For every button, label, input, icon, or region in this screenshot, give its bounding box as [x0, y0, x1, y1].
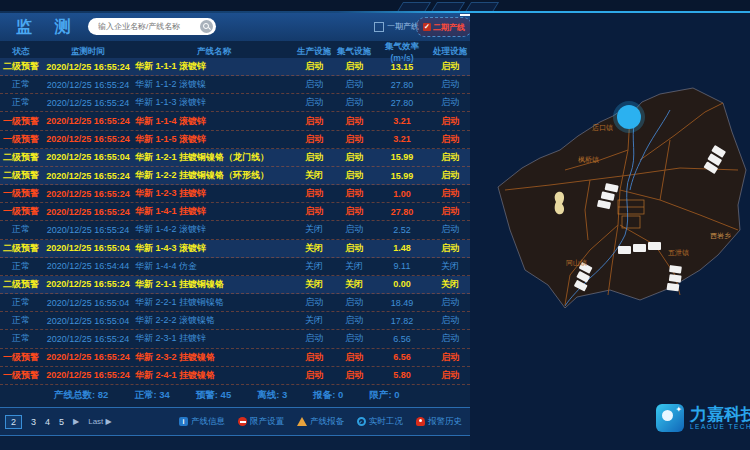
table-row[interactable]: 正常 2020/12/25 16:55:04 华新 2-2-1 挂镀铜镍铬 启动…	[0, 294, 470, 312]
production-cell: 启动	[294, 296, 334, 309]
efficiency-cell: 0.00	[374, 279, 430, 289]
status-cell: 正常	[0, 260, 42, 273]
bottom-toolbar: 2 3 4 5 ▶ Last ▶ i 产线信息 限产设置 产线报备 实时工况 报…	[0, 407, 472, 436]
town-label: 西岩乡	[710, 232, 731, 240]
line-report-button[interactable]: 产线报备	[297, 416, 344, 428]
summary-reported: 报备: 0	[313, 389, 343, 402]
gauge-icon	[357, 417, 366, 426]
table-row[interactable]: 一级预警 2020/12/25 16:55:24 华新 1-4-1 挂镀锌 启动…	[0, 203, 470, 221]
town-label: 枫桥镇	[578, 156, 599, 164]
limit-setting-button[interactable]: 限产设置	[238, 416, 284, 428]
alarm-history-button[interactable]: 报警历史	[416, 416, 462, 428]
treatment-cell: 启动	[430, 223, 470, 236]
efficiency-cell: 3.21	[374, 116, 430, 126]
table-row[interactable]: 正常 2020/12/25 16:55:24 华新 2-3-1 挂镀锌 启动 启…	[0, 330, 470, 348]
table-row[interactable]: 正常 2020/12/25 16:55:04 华新 2-2-2 滚镀镍铬 关闭 …	[0, 312, 470, 330]
summary-offline: 离线: 3	[257, 389, 287, 402]
map-panel: 店口镇 枫桥镇 同山镇 西岩乡 五泄镇	[470, 13, 750, 450]
time-cell: 2020/12/25 16:55:04	[42, 152, 134, 162]
status-cell: 二级预警	[0, 60, 42, 73]
page-button-current[interactable]: 2	[5, 415, 22, 429]
line-name-cell: 华新 1-1-4 滚镀锌	[134, 115, 294, 128]
table-row[interactable]: 正常 2020/12/25 16:55:24 华新 1-4-2 滚镀锌 关闭 启…	[0, 221, 470, 239]
efficiency-cell: 3.21	[374, 134, 430, 144]
production-cell: 启动	[294, 369, 334, 382]
town-label: 店口镇	[592, 123, 613, 132]
status-cell: 二级预警	[0, 169, 42, 182]
line-name-cell: 华新 2-1-1 挂镀铜镍铬	[134, 278, 294, 291]
efficiency-cell: 6.56	[374, 334, 430, 344]
alarm-history-label: 报警历史	[428, 416, 462, 428]
line-name-cell: 华新 1-1-1 滚镀锌	[134, 60, 294, 73]
table-row[interactable]: 正常 2020/12/25 16:54:44 华新 1-4-4 仿金 关闭 关闭…	[0, 258, 470, 276]
efficiency-cell: 27.80	[374, 98, 430, 108]
page-button[interactable]: 4	[45, 417, 50, 427]
table-row[interactable]: 正常 2020/12/25 16:55:24 华新 1-1-3 滚镀锌 启动 启…	[0, 94, 470, 112]
production-cell: 启动	[294, 78, 334, 91]
table-row[interactable]: 一级预警 2020/12/25 16:55:24 华新 2-3-2 挂镀镍铬 启…	[0, 349, 470, 367]
col-time: 监测时间	[42, 46, 134, 58]
gas-collect-cell: 启动	[334, 78, 374, 91]
realtime-status-button[interactable]: 实时工况	[357, 416, 403, 428]
time-cell: 2020/12/25 16:55:24	[42, 98, 134, 108]
status-cell: 一级预警	[0, 205, 42, 218]
city-map[interactable]: 店口镇 枫桥镇 同山镇 西岩乡 五泄镇	[470, 40, 750, 400]
table-row[interactable]: 一级预警 2020/12/25 16:55:24 华新 2-4-1 挂镀镍铬 启…	[0, 367, 470, 385]
production-cell: 关闭	[294, 314, 334, 327]
line-info-button[interactable]: i 产线信息	[179, 416, 225, 428]
search-input[interactable]	[96, 21, 200, 32]
treatment-cell: 启动	[430, 169, 470, 182]
time-cell: 2020/12/25 16:55:04	[42, 298, 134, 308]
gas-collect-cell: 启动	[334, 205, 374, 218]
gas-collect-cell: 关闭	[334, 260, 374, 273]
treatment-cell: 启动	[430, 296, 470, 309]
line-name-cell: 华新 2-2-2 滚镀镍铬	[134, 314, 294, 327]
header-band: 监 测 一期产线 ✓ 二期产线	[0, 13, 470, 42]
time-cell: 2020/12/25 16:55:24	[42, 370, 134, 380]
production-cell: 启动	[294, 115, 334, 128]
gas-collect-cell: 启动	[334, 151, 374, 164]
efficiency-cell: 17.82	[374, 316, 430, 326]
production-cell: 关闭	[294, 278, 334, 291]
search-icon[interactable]	[200, 20, 213, 33]
phase1-filter[interactable]: 一期产线	[374, 21, 419, 32]
last-page-button[interactable]: Last ▶	[88, 417, 112, 426]
table-row[interactable]: 一级预警 2020/12/25 16:55:24 华新 1-2-3 挂镀锌 启动…	[0, 185, 470, 203]
efficiency-cell: 9.11	[374, 261, 430, 271]
table-row[interactable]: 二级预警 2020/12/25 16:55:24 华新 2-1-1 挂镀铜镍铬 …	[0, 276, 470, 294]
phase1-checkbox[interactable]	[374, 22, 384, 32]
status-cell: 一级预警	[0, 133, 42, 146]
status-cell: 正常	[0, 223, 42, 236]
time-cell: 2020/12/25 16:54:44	[42, 261, 134, 271]
selected-site-marker-core[interactable]	[617, 105, 641, 129]
table-row[interactable]: 正常 2020/12/25 16:55:24 华新 1-1-2 滚镀镍 启动 启…	[0, 76, 470, 94]
gas-collect-cell: 启动	[334, 96, 374, 109]
summary-limited: 限产: 0	[369, 389, 399, 402]
town-label: 同山镇	[566, 259, 587, 267]
production-cell: 启动	[294, 351, 334, 364]
time-cell: 2020/12/25 16:55:24	[42, 62, 134, 72]
time-cell: 2020/12/25 16:55:24	[42, 334, 134, 344]
status-cell: 一级预警	[0, 187, 42, 200]
page-title: 监 测	[16, 17, 79, 38]
line-name-cell: 华新 2-3-2 挂镀镍铬	[134, 351, 294, 364]
table-row[interactable]: 一级预警 2020/12/25 16:55:24 华新 1-1-4 滚镀锌 启动…	[0, 112, 470, 130]
page-button[interactable]: 3	[31, 417, 36, 427]
table-row[interactable]: 二级预警 2020/12/25 16:55:04 华新 1-4-3 滚镀锌 关闭…	[0, 240, 470, 258]
table-row[interactable]: 二级预警 2020/12/25 16:55:04 华新 1-2-1 挂镀铜镍铬（…	[0, 149, 470, 167]
info-icon: i	[179, 417, 188, 426]
next-page-button[interactable]: ▶	[73, 417, 79, 426]
table-row[interactable]: 二级预警 2020/12/25 16:55:24 华新 1-2-2 挂镀铜镍铬（…	[0, 167, 470, 185]
page-button[interactable]: 5	[59, 417, 64, 427]
brand-logo: 力嘉科技 LEAGUE TECH	[656, 404, 750, 432]
table-row[interactable]: 一级预警 2020/12/25 16:55:24 华新 1-1-5 滚镀锌 启动…	[0, 131, 470, 149]
gas-collect-cell: 关闭	[334, 278, 374, 291]
efficiency-cell: 27.80	[374, 207, 430, 217]
col-production: 生产设施	[294, 46, 334, 58]
table-row[interactable]: 二级预警 2020/12/25 16:55:24 华新 1-1-1 滚镀锌 启动…	[0, 58, 470, 76]
efficiency-cell: 2.52	[374, 225, 430, 235]
time-cell: 2020/12/25 16:55:24	[42, 116, 134, 126]
treatment-cell: 启动	[430, 242, 470, 255]
search-box[interactable]	[88, 18, 216, 35]
production-cell: 启动	[294, 60, 334, 73]
